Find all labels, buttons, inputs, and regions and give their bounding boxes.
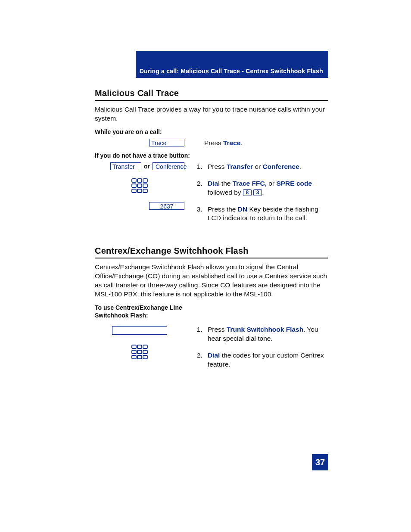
- s2e: followed by: [208, 189, 243, 196]
- left-trace-button-area: Trace: [95, 139, 193, 146]
- s1d: Conference: [263, 163, 299, 170]
- s2d: SPRE code: [276, 180, 312, 187]
- dn-display-area: 2637: [95, 202, 184, 210]
- sub2a: To use Centrex/Exchange Line: [95, 304, 182, 311]
- header-bar: During a call: Malicious Call Trace - Ce…: [136, 51, 328, 78]
- sub2b: Switchhook Flash:: [95, 312, 148, 319]
- step-1: Press Transfer or Conference.: [204, 162, 328, 171]
- transfer-or-conference-area: Transfer or Conference: [95, 162, 184, 170]
- svg-rect-0: [132, 179, 136, 182]
- step-2: Dial the Trace FFC, or SPRE code followe…: [204, 179, 328, 197]
- s1c: or: [253, 163, 262, 170]
- c-step-2: Dial the codes for your custom Centrex f…: [204, 351, 328, 369]
- or-word: or: [144, 163, 150, 170]
- c1b: Trunk Switchhook Flash: [227, 326, 303, 333]
- subhead-no-trace-button: If you do not have a trace button:: [95, 152, 328, 159]
- section2-intro: Centrex/Exchange Switchhook Flash allows…: [95, 263, 328, 299]
- keycap-3: 3: [253, 189, 262, 196]
- row-trace: Trace Press Trace.: [95, 139, 328, 148]
- right-steps: Press Transfer or Conference. Dial the T…: [193, 162, 328, 231]
- svg-rect-13: [137, 350, 142, 354]
- s2f: .: [262, 189, 264, 196]
- section-title-malicious-call-trace: Malicious Call Trace: [95, 88, 328, 101]
- s1b: Transfer: [227, 163, 253, 170]
- c2b: the codes for your custom Centrex featur…: [208, 352, 324, 368]
- keypad-icon: [131, 178, 148, 194]
- steps-list-1: Press Transfer or Conference. Dial the T…: [204, 162, 328, 223]
- s3a: Press the: [208, 205, 238, 213]
- header-title: During a call: Malicious Call Trace - Ce…: [140, 68, 323, 75]
- c1a: Press: [208, 326, 227, 333]
- section-title-centrex: Centrex/Exchange Switchhook Flash: [95, 246, 328, 258]
- row-steps-1: Transfer or Conference: [95, 162, 328, 231]
- section1-intro: Malicious Call Trace provides a way for …: [95, 105, 328, 123]
- kw-trace: Trace: [223, 139, 241, 146]
- blank-button-area: [95, 326, 184, 335]
- svg-rect-14: [143, 350, 147, 354]
- s1a: Press: [208, 163, 227, 170]
- subhead-on-call: While you are on a call:: [95, 128, 328, 135]
- text-press: Press: [204, 139, 223, 146]
- s1e: .: [299, 163, 301, 170]
- svg-rect-16: [137, 355, 142, 359]
- page-number: 37: [312, 454, 328, 470]
- svg-rect-15: [132, 355, 136, 359]
- page-number-value: 37: [315, 457, 325, 467]
- keypad-icon-2: [131, 344, 148, 361]
- svg-rect-12: [132, 350, 136, 354]
- svg-rect-7: [137, 189, 142, 193]
- page-content: Malicious Call Trace Malicious Call Trac…: [95, 88, 328, 381]
- keycap-8: 8: [243, 189, 252, 196]
- svg-rect-5: [143, 184, 147, 187]
- s3b: DN: [238, 205, 247, 213]
- s2c: or: [267, 180, 276, 187]
- svg-rect-1: [137, 179, 142, 182]
- svg-rect-9: [132, 345, 136, 348]
- left-stack-2: [95, 325, 193, 361]
- section-2: Centrex/Exchange Switchhook Flash Centre…: [95, 246, 328, 376]
- step-3: Press the DN Key beside the flashing LCD…: [204, 205, 328, 223]
- trace-button[interactable]: Trace: [149, 139, 184, 146]
- left-stack: Transfer or Conference: [95, 162, 193, 210]
- dn-display-button[interactable]: 2637: [149, 202, 184, 210]
- c2a: Dial: [208, 352, 220, 359]
- svg-rect-4: [137, 184, 142, 187]
- svg-rect-10: [137, 345, 142, 348]
- subhead-centrex-use: To use Centrex/Exchange Line Switchhook …: [95, 304, 328, 319]
- row-steps-2: Press Trunk Switchhook Flash. You hear s…: [95, 325, 328, 377]
- steps-list-2: Press Trunk Switchhook Flash. You hear s…: [204, 325, 328, 369]
- conference-button[interactable]: Conference: [153, 162, 184, 170]
- svg-rect-17: [143, 355, 147, 359]
- svg-rect-2: [143, 179, 147, 182]
- c-step-1: Press Trunk Switchhook Flash. You hear s…: [204, 325, 328, 343]
- svg-rect-8: [143, 189, 147, 193]
- trunk-switchhook-flash-button[interactable]: [112, 326, 167, 335]
- instr-press-trace: Press Trace.: [193, 139, 328, 148]
- transfer-button[interactable]: Transfer: [110, 162, 141, 170]
- s2a2: l the: [218, 180, 233, 187]
- svg-rect-6: [132, 189, 136, 193]
- svg-rect-11: [143, 345, 147, 348]
- s2b: Trace FFC,: [233, 180, 267, 187]
- right-steps-2: Press Trunk Switchhook Flash. You hear s…: [193, 325, 328, 377]
- s2a: Dia: [208, 180, 218, 187]
- document-page: During a call: Malicious Call Trace - Ce…: [0, 0, 411, 532]
- svg-rect-3: [132, 184, 136, 187]
- text-period: .: [240, 139, 242, 146]
